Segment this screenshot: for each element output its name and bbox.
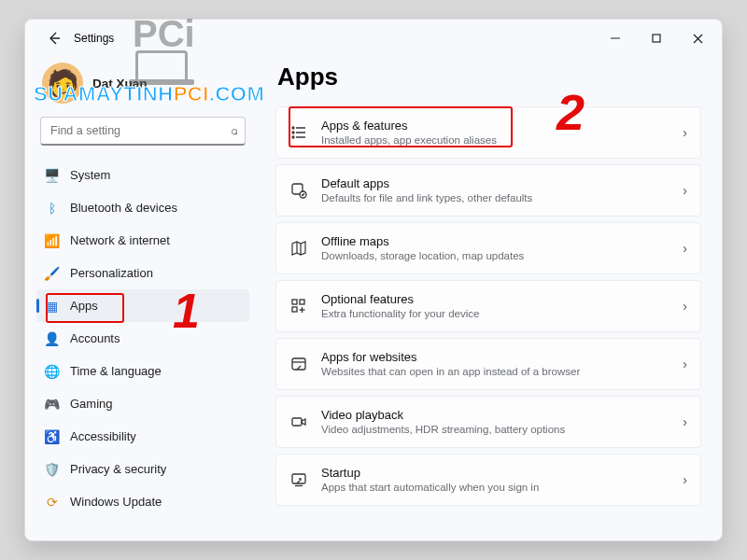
- accessibility-icon: ♿: [44, 428, 60, 444]
- grid-plus-icon: [289, 297, 308, 315]
- sidebar-item-windows-update[interactable]: ⟳Windows Update: [36, 485, 249, 518]
- globe-icon: 🌐: [44, 363, 60, 379]
- sidebar-item-label: Apps: [70, 299, 242, 313]
- chevron-right-icon: ›: [683, 299, 687, 314]
- search-input[interactable]: [40, 117, 246, 146]
- arrow-left-icon: [47, 31, 62, 46]
- chevron-right-icon: ›: [683, 241, 687, 256]
- card-list: Apps & featuresInstalled apps, app execu…: [275, 106, 701, 506]
- sidebar-item-network[interactable]: 📶Network & internet: [36, 224, 249, 257]
- gamepad-icon: 🎮: [44, 396, 60, 412]
- sidebar-item-privacy[interactable]: 🛡️Privacy & security: [36, 453, 249, 485]
- window-controls: [595, 22, 718, 54]
- user-profile[interactable]: 🧑 Dat Xuan: [36, 59, 249, 115]
- bluetooth-icon: ᛒ: [44, 200, 60, 216]
- wifi-icon: 📶: [44, 232, 60, 248]
- settings-window: Settings 🧑 Dat Xuan ⌕ 🖥️System ᛒBluetoot…: [24, 19, 723, 541]
- back-button[interactable]: [38, 22, 70, 54]
- chevron-right-icon: ›: [683, 472, 687, 487]
- brush-icon: 🖌️: [44, 265, 60, 281]
- sidebar-item-bluetooth[interactable]: ᛒBluetooth & devices: [36, 191, 249, 224]
- card-video-playback[interactable]: Video playbackVideo adjustments, HDR str…: [275, 396, 701, 448]
- sidebar-item-time-language[interactable]: 🌐Time & language: [36, 355, 249, 387]
- shield-icon: 🛡️: [44, 461, 60, 477]
- svg-point-8: [292, 136, 294, 138]
- sidebar-item-label: System: [70, 168, 242, 182]
- card-subtitle: Installed apps, app execution aliases: [321, 133, 669, 147]
- card-subtitle: Video adjustments, HDR streaming, batter…: [321, 423, 669, 436]
- card-subtitle: Websites that can open in an app instead…: [321, 365, 669, 378]
- card-title: Offline maps: [321, 234, 669, 249]
- chevron-right-icon: ›: [683, 414, 687, 429]
- chevron-right-icon: ›: [683, 125, 687, 140]
- svg-rect-12: [292, 300, 297, 304]
- sidebar-item-label: Accessibility: [70, 429, 242, 443]
- sidebar-item-gaming[interactable]: 🎮Gaming: [36, 387, 249, 420]
- svg-point-4: [292, 127, 294, 129]
- sidebar-item-apps[interactable]: ▦Apps: [36, 289, 249, 322]
- sidebar-item-label: Bluetooth & devices: [70, 201, 242, 215]
- card-title: Default apps: [321, 176, 669, 191]
- sidebar-item-accessibility[interactable]: ♿Accessibility: [36, 420, 249, 453]
- sidebar-item-label: Accounts: [70, 331, 242, 345]
- page-title: Apps: [277, 63, 701, 91]
- search-container: ⌕: [40, 117, 246, 146]
- main-content: Apps Apps & featuresInstalled apps, app …: [261, 57, 722, 540]
- window-title: Settings: [74, 32, 114, 45]
- card-title: Apps & features: [321, 119, 669, 133]
- user-name: Dat Xuan: [92, 77, 148, 91]
- close-button[interactable]: [677, 22, 718, 54]
- default-apps-icon: [289, 181, 308, 200]
- sidebar: 🧑 Dat Xuan ⌕ 🖥️System ᛒBluetooth & devic…: [25, 57, 261, 540]
- sidebar-item-system[interactable]: 🖥️System: [36, 159, 249, 191]
- card-subtitle: Apps that start automatically when you s…: [321, 481, 669, 494]
- apps-icon: ▦: [44, 298, 60, 314]
- website-icon: [289, 355, 308, 373]
- card-subtitle: Defaults for file and link types, other …: [321, 191, 669, 204]
- sidebar-item-personalization[interactable]: 🖌️Personalization: [36, 257, 249, 289]
- system-icon: 🖥️: [44, 167, 60, 183]
- search-icon: ⌕: [231, 123, 238, 137]
- card-optional-features[interactable]: Optional featuresExtra functionality for…: [275, 280, 701, 332]
- card-default-apps[interactable]: Default appsDefaults for file and link t…: [275, 164, 701, 217]
- card-title: Startup: [321, 466, 669, 481]
- startup-icon: [289, 470, 308, 489]
- sidebar-item-accounts[interactable]: 👤Accounts: [36, 322, 249, 355]
- nav-list: 🖥️System ᛒBluetooth & devices 📶Network &…: [36, 159, 249, 518]
- sidebar-item-label: Windows Update: [70, 495, 242, 509]
- sidebar-item-label: Gaming: [70, 397, 242, 411]
- title-bar: Settings: [25, 20, 722, 57]
- svg-point-6: [292, 132, 294, 133]
- card-subtitle: Extra functionality for your device: [321, 307, 669, 320]
- chevron-right-icon: ›: [683, 357, 687, 371]
- person-icon: 👤: [44, 330, 60, 346]
- list-icon: [289, 123, 308, 142]
- minimize-icon: [611, 34, 620, 43]
- card-startup[interactable]: StartupApps that start automatically whe…: [275, 454, 701, 506]
- card-title: Video playback: [321, 408, 669, 423]
- minimize-button[interactable]: [595, 22, 636, 54]
- card-apps-for-websites[interactable]: Apps for websitesWebsites that can open …: [275, 338, 701, 390]
- card-title: Optional features: [321, 292, 669, 307]
- map-icon: [289, 239, 308, 258]
- sidebar-item-label: Privacy & security: [70, 462, 242, 476]
- svg-rect-13: [300, 300, 304, 304]
- card-offline-maps[interactable]: Offline mapsDownloads, storage location,…: [275, 222, 701, 274]
- maximize-button[interactable]: [636, 22, 677, 54]
- maximize-icon: [652, 34, 661, 43]
- svg-rect-1: [653, 35, 660, 42]
- svg-rect-19: [292, 418, 302, 426]
- sidebar-item-label: Personalization: [70, 266, 242, 280]
- avatar: 🧑: [42, 63, 83, 104]
- update-icon: ⟳: [44, 494, 60, 510]
- card-title: Apps for websites: [321, 350, 669, 365]
- sidebar-item-label: Time & language: [70, 364, 242, 378]
- close-icon: [693, 34, 703, 44]
- sidebar-item-label: Network & internet: [70, 233, 242, 247]
- chevron-right-icon: ›: [683, 183, 687, 198]
- card-apps-features[interactable]: Apps & featuresInstalled apps, app execu…: [275, 106, 701, 159]
- card-subtitle: Downloads, storage location, map updates: [321, 249, 669, 262]
- video-icon: [289, 413, 308, 431]
- svg-rect-14: [292, 307, 297, 312]
